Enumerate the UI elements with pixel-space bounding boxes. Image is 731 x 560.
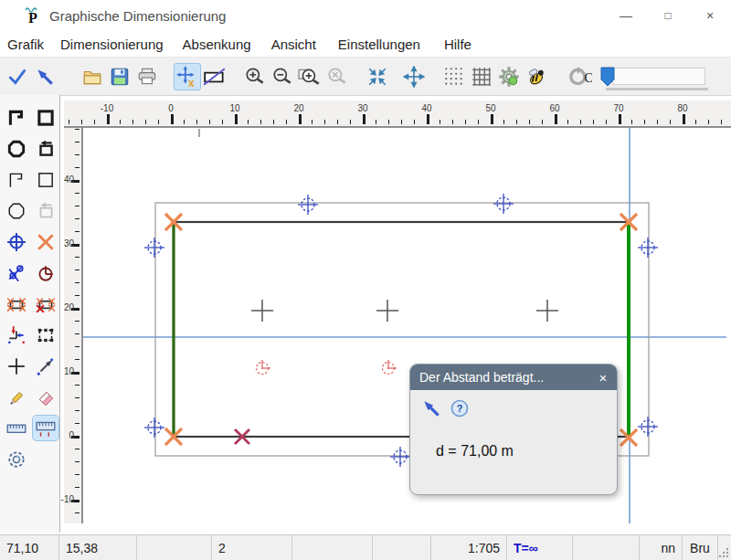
drawing-canvas[interactable]	[83, 128, 726, 523]
ruler-label: 30	[357, 103, 367, 113]
pan-view-button[interactable]	[400, 63, 428, 90]
zoom-slider[interactable]	[599, 66, 705, 88]
tool-ruler-vertical[interactable]	[32, 415, 59, 441]
dialog-close-button[interactable]: ×	[589, 370, 617, 386]
menu-grafik[interactable]: Grafik	[7, 37, 44, 52]
ruler-tick	[657, 120, 658, 124]
polyline-thin-icon	[6, 170, 26, 190]
ruler-tick	[75, 423, 79, 424]
slider-thumb-icon[interactable]	[599, 66, 616, 88]
tool-skew-lines[interactable]	[3, 259, 30, 286]
save-file-button[interactable]	[106, 63, 133, 90]
maximize-button[interactable]: □	[647, 0, 689, 31]
select-arrow-button[interactable]	[31, 63, 58, 90]
redraw-button[interactable]: C	[565, 63, 592, 90]
line-grid-button[interactable]	[468, 63, 495, 90]
move-point-xy-button[interactable]: x	[174, 63, 201, 90]
svg-text:x: x	[188, 76, 195, 87]
minimize-button[interactable]: —	[605, 0, 647, 31]
zoom-off-icon	[326, 66, 348, 88]
ruler-tick	[196, 120, 197, 124]
dot-grid-button[interactable]	[440, 63, 468, 90]
settings-button[interactable]	[495, 63, 523, 90]
confirm-check-button[interactable]	[4, 63, 31, 90]
ruler-tick	[75, 257, 79, 258]
ruler-tick	[478, 120, 479, 124]
menu-einstellungen[interactable]: Einstellungen	[338, 37, 420, 52]
ruler-tick	[75, 218, 79, 219]
zoom-in-button[interactable]	[241, 63, 269, 90]
status-cell-0: 71,10	[0, 535, 59, 560]
line-grid-icon	[471, 66, 493, 88]
zoom-in-icon	[244, 66, 266, 88]
tool-ruler-horizontal[interactable]	[3, 415, 30, 441]
ruler-tick	[324, 120, 325, 124]
close-button[interactable]: ×	[689, 0, 731, 31]
menu-hilfe[interactable]: Hilfe	[444, 37, 471, 52]
tool-rect-corner-delete[interactable]	[32, 291, 59, 317]
tool-pencil[interactable]	[3, 384, 30, 410]
zoom-off-button[interactable]	[323, 63, 351, 90]
ruler-tick	[465, 120, 466, 124]
print-button[interactable]	[133, 63, 161, 90]
status-cell-4	[292, 535, 373, 560]
tool-delete-x[interactable]	[32, 228, 59, 255]
bee-button[interactable]	[523, 63, 550, 90]
tool-rect-corner-marks[interactable]	[3, 291, 30, 317]
ruler-tick	[75, 512, 79, 513]
tool-cross-marker[interactable]	[3, 353, 30, 379]
ruler-tick	[337, 120, 338, 124]
cursor-arrow-icon[interactable]	[421, 398, 441, 418]
tool-eraser[interactable]	[32, 384, 59, 410]
zoom-out-button[interactable]	[269, 63, 296, 90]
distance-value: d = 71,00 m	[436, 443, 514, 460]
tool-rectangle-thick[interactable]	[32, 104, 59, 131]
ruler-tick	[286, 120, 287, 124]
tool-polygon-thick[interactable]	[3, 135, 30, 162]
status-bar: 71,1015,3821:705T=∞nnBru	[0, 534, 731, 560]
skew-lines-icon	[6, 263, 26, 283]
tool-rectangle-thin[interactable]	[32, 166, 59, 193]
delete-rectangle-button[interactable]	[201, 63, 228, 90]
selection-rect-icon	[36, 325, 56, 345]
zoom-out-icon	[271, 66, 293, 88]
ruler-tick	[299, 114, 302, 124]
ruler-tick	[670, 120, 671, 124]
tool-polygon-thin[interactable]	[3, 197, 30, 224]
ruler-tick	[75, 129, 79, 130]
slider-underline	[606, 88, 708, 90]
zoom-window-button[interactable]	[296, 63, 323, 90]
orange-x-icon	[36, 232, 56, 252]
tool-polyline-thin[interactable]	[3, 166, 30, 193]
tool-selection-rect[interactable]	[32, 322, 59, 348]
ruler-tick	[145, 120, 146, 124]
slider-track[interactable]	[612, 68, 705, 85]
ruler-tick	[273, 120, 274, 124]
tool-corner-arrows[interactable]	[3, 322, 30, 348]
menu-absenkung[interactable]: Absenkung	[183, 37, 251, 52]
tool-rotate-rect-disabled[interactable]	[32, 197, 59, 224]
ruler-tick	[75, 333, 79, 334]
menu-ansicht[interactable]: Ansicht	[271, 37, 316, 52]
ruler-label: 0	[69, 430, 74, 440]
tool-target-point[interactable]	[3, 228, 30, 255]
tool-polyline-thick[interactable]	[3, 104, 30, 131]
app-icon: P	[24, 5, 44, 26]
ruler-label: 50	[485, 103, 495, 113]
ruler-tick	[631, 120, 632, 124]
ruler-tick	[619, 114, 621, 124]
ruler-label: 60	[549, 103, 559, 113]
open-file-button[interactable]	[79, 63, 106, 90]
fit-view-button[interactable]	[364, 63, 391, 90]
tool-clock-point[interactable]	[32, 259, 59, 286]
dialog-header[interactable]: Der Abstand beträgt... ×	[410, 365, 617, 390]
menu-dimensionierung[interactable]: Dimensionierung	[60, 37, 164, 52]
resize-grip[interactable]	[718, 535, 731, 560]
ruler-tick	[542, 120, 543, 124]
tool-spiral[interactable]	[3, 446, 30, 472]
help-icon[interactable]: ?	[450, 399, 469, 417]
tool-measure-arrow[interactable]	[32, 353, 59, 379]
ruler-horizontal-icon	[5, 418, 27, 438]
tool-rotate-rect[interactable]	[32, 135, 59, 162]
polyline-thick-icon	[6, 108, 26, 128]
